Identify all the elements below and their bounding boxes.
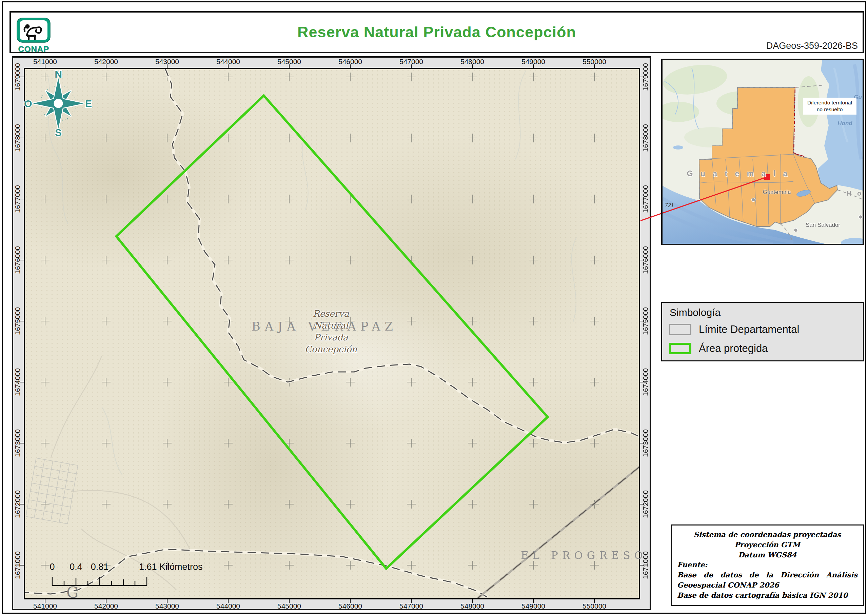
inset-road-number-label: 721 [665, 202, 674, 209]
departmental-limit-swatch [669, 324, 692, 335]
scalebar-label-0: 0 [50, 562, 55, 572]
compass-east-label: E [85, 98, 92, 109]
axis-label: 549000 [521, 602, 545, 610]
compass-rose-icon: N E S O [24, 70, 92, 137]
axis-label: 1677000 [642, 185, 649, 213]
axis-label: 545000 [277, 602, 301, 610]
document-code: DAGeos-359-2026-BS [766, 41, 858, 51]
conap-monkey-icon [17, 18, 50, 43]
axis-label: 541000 [33, 58, 57, 66]
compass-west-label: O [24, 98, 32, 109]
credits-box: Sistema de coordenadas proyectadas Proye… [671, 524, 864, 606]
axis-label: 1673000 [642, 429, 649, 457]
reserve-line-1: Reserva [305, 308, 357, 320]
axis-label: 546000 [339, 602, 362, 610]
scale-bar [46, 574, 158, 590]
scalebar-label-04: 0.4 [70, 562, 83, 572]
credits-source-title: Fuente: [677, 560, 857, 570]
inset-map-box [661, 59, 864, 245]
legend-label-protected: Área protegida [699, 342, 768, 354]
compass-south-label: S [55, 127, 62, 137]
conap-logo: CONAP [17, 18, 50, 52]
page-title: Reserva Natural Privada Concepción [297, 23, 576, 41]
scalebar-label-end: 1.61 Kilómetros [139, 562, 203, 572]
legend-item-protected: Área protegida [669, 341, 856, 356]
axis-label: 544000 [216, 58, 240, 66]
inset-sea-label-hond: Hond [837, 120, 852, 127]
axis-label: 1674000 [14, 368, 22, 396]
axis-label: 541000 [33, 602, 57, 610]
axis-label: 1677000 [14, 185, 22, 213]
axis-label: 1676000 [642, 246, 649, 274]
axis-label: 1672000 [642, 490, 649, 518]
scalebar-unit: Kilómetros [159, 562, 203, 572]
legend-title: Simbología [670, 307, 856, 318]
axis-label: 547000 [400, 58, 423, 66]
credits-source-1: Base de datos de la Dirección Análisis G… [677, 570, 857, 590]
axis-label: 542000 [94, 602, 118, 610]
legend-item-departmental: Límite Departamental [669, 322, 856, 337]
axis-label: 1675000 [14, 307, 22, 335]
header: CONAP Reserva Natural Privada Concepción… [9, 11, 864, 53]
scalebar-label-081: 0.81 [91, 562, 109, 572]
axis-label: 1678000 [642, 124, 649, 152]
territorial-note-box: Diferendo territorial no resuelto [803, 98, 857, 115]
map-sheet: CONAP Reserva Natural Privada Concepción… [0, 0, 868, 615]
axis-label: 548000 [461, 602, 484, 610]
legend-label-departmental: Límite Departamental [699, 323, 799, 336]
legend: Simbología Límite Departamental Área pro… [661, 302, 864, 361]
axis-label: 543000 [155, 58, 179, 66]
reserve-line-3: Privada [305, 332, 357, 343]
axis-label: 547000 [400, 602, 423, 610]
axis-label: 550000 [582, 602, 606, 610]
reserve-name-label: Reserva Natural Privada Concepción [305, 308, 357, 355]
axis-label: 544000 [216, 602, 240, 610]
department-label-el-progreso: EL PROGRESO [521, 549, 647, 562]
axis-label: 1675000 [642, 307, 649, 335]
credits-source-2: Base de datos cartografía básica IGN 201… [677, 590, 857, 601]
protected-area-swatch [669, 343, 692, 354]
axis-label: 1673000 [14, 429, 22, 457]
compass-north-label: N [55, 70, 62, 80]
axis-label: 1678000 [14, 124, 22, 152]
axis-label: 548000 [461, 58, 484, 66]
axis-label: 1679000 [14, 63, 22, 91]
reserve-line-2: Natural [305, 320, 357, 332]
inset-country-label: G u a t e m a l a [687, 169, 790, 178]
axis-label: 549000 [521, 58, 545, 66]
axis-label: 1671000 [14, 551, 22, 579]
axis-label: 546000 [339, 58, 362, 66]
conap-logo-text: CONAP [17, 44, 50, 54]
scalebar-end-value: 1.61 [139, 562, 157, 572]
axis-label: 550000 [582, 58, 606, 66]
credits-datum: Datum WGS84 [677, 550, 857, 560]
axis-label: 543000 [155, 602, 179, 610]
inset-honduras-partial-label: H o [846, 189, 863, 197]
axis-label: 545000 [277, 58, 301, 66]
axis-label: 1679000 [642, 63, 649, 91]
axis-label: 1676000 [14, 246, 22, 274]
axis-label: 542000 [94, 58, 118, 66]
inset-city-guatemala-label: Guatemala [763, 189, 791, 196]
axis-label: 1674000 [642, 368, 649, 396]
axis-label: 1672000 [14, 490, 22, 518]
credits-crs: Sistema de coordenadas proyectadas [677, 529, 857, 540]
reserve-line-4: Concepción [305, 343, 357, 355]
inset-city-san-salvador-label: San Salvador [806, 222, 840, 228]
credits-projection: Proyección GTM [677, 540, 857, 550]
